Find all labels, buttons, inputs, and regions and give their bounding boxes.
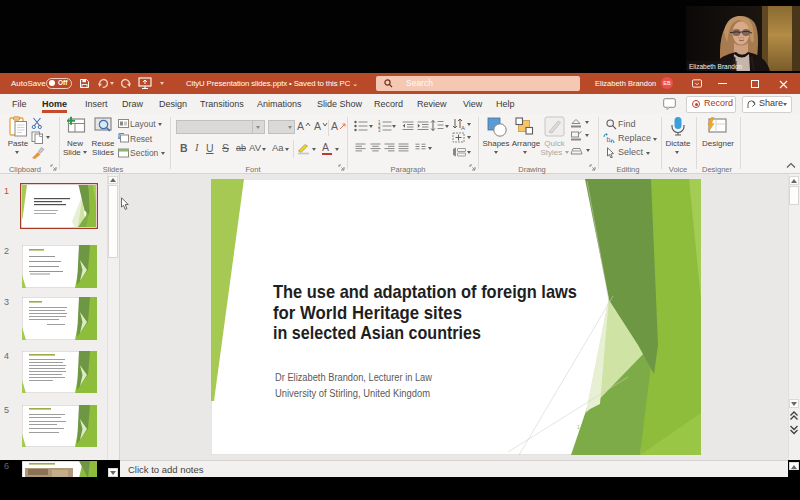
svg-text:Elizabeth Brandon: Elizabeth Brandon [689, 63, 743, 70]
svg-text:Dr Elizabeth Brandon, Lecturer: Dr Elizabeth Brandon, Lecturer in Law [275, 372, 433, 383]
svg-text:1: 1 [577, 424, 580, 430]
svg-text:for World Heritage sites: for World Heritage sites [273, 302, 462, 323]
svg-text:University of Stirling, United: University of Stirling, United Kingdom [275, 388, 430, 399]
svg-text:The use and adaptation of fore: The use and adaptation of foreign laws [273, 281, 577, 302]
svg-text:in selected Asian countries: in selected Asian countries [273, 322, 481, 343]
